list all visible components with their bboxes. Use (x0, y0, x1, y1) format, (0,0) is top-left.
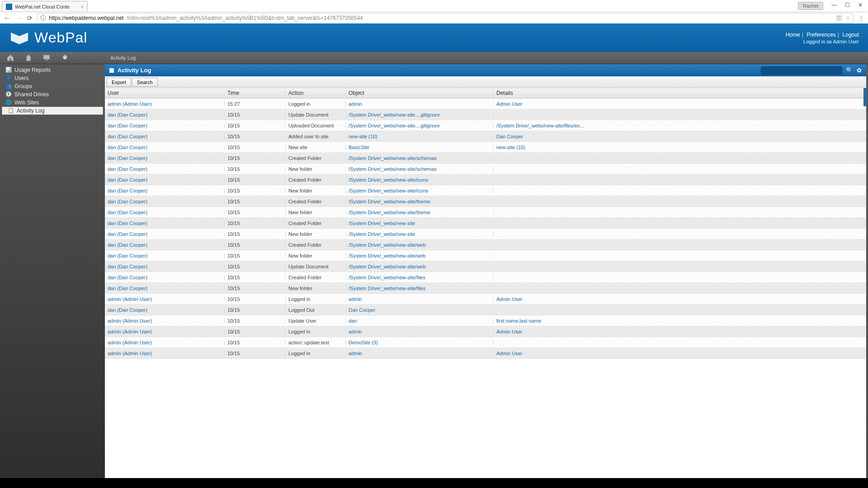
sidebar-item-groups[interactable]: 👥Groups (0, 82, 105, 90)
table-row[interactable]: dan (Dan Cooper)10/15New folder/System D… (105, 185, 866, 196)
search-button[interactable]: Search (132, 78, 158, 87)
table-row[interactable]: admin (Admin User)10/15action::update.te… (105, 337, 866, 348)
cell-user: dan (Dan Cooper) (105, 112, 225, 117)
preferences-link[interactable]: Preferences (807, 32, 836, 38)
table-row[interactable]: dan (Dan Cooper)10/15Created Folder/Syst… (105, 153, 866, 164)
trash-icon[interactable] (24, 54, 33, 62)
minimize-icon[interactable]: — (831, 2, 837, 10)
cell-time: 10/15 (225, 307, 286, 313)
favicon-icon (6, 4, 12, 10)
table-row[interactable]: dan (Dan Cooper)10/15Logged OutDan Coope… (105, 305, 866, 315)
maximize-icon[interactable]: ☐ (845, 2, 850, 10)
cell-object: admin (346, 351, 494, 356)
cell-object: new-site (10) (346, 134, 494, 139)
breadcrumb: Activity Log (105, 52, 868, 64)
scrollbar-thumb[interactable] (863, 88, 866, 106)
table-row[interactable]: admin (Admin User)15:27Logged inadminAdm… (105, 99, 866, 109)
forward-icon[interactable]: → (15, 14, 23, 22)
monitor-icon[interactable] (42, 54, 51, 62)
sidebar-item-shared-drives[interactable]: 💽Shared Drives (0, 90, 105, 99)
table-row[interactable]: dan (Dan Cooper)10/15New folder/System D… (105, 229, 866, 239)
vertical-scrollbar[interactable] (863, 88, 866, 478)
cell-time: 10/15 (225, 296, 286, 302)
cell-action: New folder (286, 286, 346, 291)
panel-search-input[interactable] (761, 66, 842, 75)
cell-action: New folder (286, 231, 346, 237)
table-row[interactable]: dan (Dan Cooper)10/15Created Folder/Syst… (105, 196, 866, 207)
cell-user: dan (Dan Cooper) (105, 166, 225, 172)
table-row[interactable]: dan (Dan Cooper)10/15Update Document/Sys… (105, 109, 866, 120)
activity-grid[interactable]: User Time Action Object Details admin (A… (105, 88, 866, 478)
url-path: /#dm=tool%3Aadmin_activity%3Aadmin_activ… (126, 15, 363, 21)
table-row[interactable]: dan (Dan Cooper)10/15Uploaded Document/S… (105, 120, 866, 131)
profile-badge[interactable]: Rachel (798, 2, 823, 10)
table-row[interactable]: dan (Dan Cooper)10/15New folder/System D… (105, 250, 866, 261)
table-row[interactable]: dan (Dan Cooper)10/15Created Folder/Syst… (105, 218, 866, 229)
table-row[interactable]: admin (Admin User)10/15Update Userdanfir… (105, 315, 866, 326)
reload-icon[interactable]: ⟳ (27, 14, 33, 22)
cell-action: Created Folder (286, 199, 346, 204)
cell-time: 10/15 (225, 275, 286, 280)
kebab-menu-icon[interactable]: ⋮ (858, 14, 864, 22)
cell-object: /System Drive/_webs/new-site/schemas (346, 166, 494, 172)
cell-action: Update Document (286, 112, 346, 117)
cell-object: /System Drive/_webs/new-site....gitignor… (346, 112, 494, 117)
cell-user: dan (Dan Cooper) (105, 264, 225, 269)
table-row[interactable]: dan (Dan Cooper)10/15Created Folder/Syst… (105, 272, 866, 283)
table-row[interactable]: dan (Dan Cooper)10/15New siteBasicSitene… (105, 142, 866, 153)
cell-object: /System Drive/_webs/new-site/theme (346, 199, 494, 204)
table-row[interactable]: dan (Dan Cooper)10/15Created Folder/Syst… (105, 174, 866, 185)
cell-time: 10/15 (225, 177, 286, 183)
sidebar-toolbar (0, 52, 105, 64)
cell-user: dan (Dan Cooper) (105, 275, 225, 280)
col-user[interactable]: User (105, 90, 225, 96)
cell-object: /System Drive/_webs/new-site/files (346, 275, 494, 280)
cell-user: dan (Dan Cooper) (105, 134, 225, 139)
table-row[interactable]: dan (Dan Cooper)10/15Created Folder/Syst… (105, 239, 866, 250)
table-row[interactable]: dan (Dan Cooper)10/15Added user to siten… (105, 131, 866, 142)
settings-icon[interactable]: ✿ (857, 67, 862, 74)
table-row[interactable]: admin (Admin User)10/15Logged inadminAdm… (105, 294, 866, 305)
gear-icon[interactable] (61, 54, 69, 62)
key-icon[interactable]: ⚿ (836, 15, 842, 21)
cell-details: Admin User (494, 296, 866, 302)
home-icon[interactable] (6, 54, 14, 62)
sidebar-item-web-sites[interactable]: 🌐Web Sites (0, 99, 105, 107)
brand-name: WebPal (34, 29, 87, 46)
content-area: Activity Log Activity Log 🔍 ✿ Export Sea… (105, 52, 868, 478)
sidebar-item-usage-reports[interactable]: 📊Usage Reports (0, 66, 105, 74)
col-time[interactable]: Time (225, 90, 286, 96)
table-row[interactable]: admin (Admin User)10/15Logged inadminAdm… (105, 348, 866, 359)
address-bar[interactable]: ⓘ https://webpaldemo.webpal.net/#dm=tool… (37, 13, 854, 23)
browser-tab[interactable]: WebPal.net Cloud Conte × (2, 1, 88, 12)
cell-details: Admin User (494, 101, 866, 107)
sidebar-item-users[interactable]: 👤Users (0, 74, 105, 82)
table-row[interactable]: dan (Dan Cooper)10/15Update Document/Sys… (105, 261, 866, 272)
table-row[interactable]: dan (Dan Cooper)10/15New folder/System D… (105, 164, 866, 174)
back-icon[interactable]: ← (4, 14, 11, 22)
col-action[interactable]: Action (286, 90, 346, 96)
cell-user: dan (Dan Cooper) (105, 253, 225, 258)
close-window-icon[interactable]: ✕ (858, 2, 863, 10)
table-row[interactable]: dan (Dan Cooper)10/15New folder/System D… (105, 207, 866, 218)
col-details[interactable]: Details (494, 90, 866, 96)
home-link[interactable]: Home (786, 32, 800, 38)
logout-link[interactable]: Logout (842, 32, 859, 38)
search-icon[interactable]: 🔍 (846, 67, 853, 74)
sidebar-item-icon: 🌐 (5, 99, 12, 106)
close-icon[interactable]: × (81, 4, 84, 9)
export-button[interactable]: Export (107, 78, 131, 87)
table-row[interactable]: admin (Admin User)10/15Logged inadminAdm… (105, 326, 866, 337)
col-object[interactable]: Object (346, 90, 494, 96)
cell-time: 10/15 (225, 340, 286, 345)
brand-logo[interactable]: WebPal (9, 29, 87, 46)
star-icon[interactable]: ☆ (845, 15, 850, 21)
site-info-icon[interactable]: ⓘ (40, 14, 46, 22)
table-row[interactable]: dan (Dan Cooper)10/15New folder/System D… (105, 283, 866, 294)
cell-user: dan (Dan Cooper) (105, 242, 225, 248)
sidebar-item-icon: 👥 (5, 83, 12, 89)
sidebar-item-activity-log[interactable]: 📋Activity Log (2, 107, 103, 115)
activity-log-panel: Activity Log 🔍 ✿ Export Search User Time… (105, 64, 866, 478)
sidebar-item-label: Groups (14, 83, 32, 89)
cell-action: New site (286, 145, 346, 150)
